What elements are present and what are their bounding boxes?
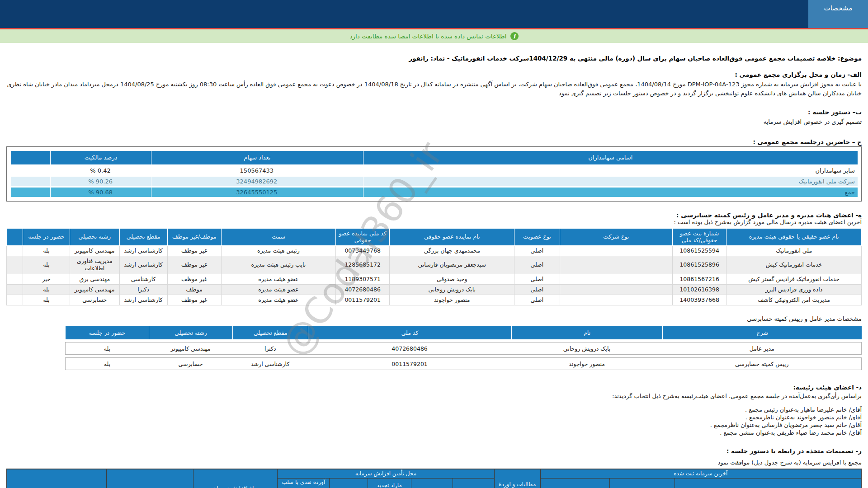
table-cell: بله	[23, 284, 70, 295]
presidium-member: آقای/ خانم سید جعفر مرتضویان فارسانی به‌…	[6, 421, 862, 429]
table-cell: ملی انفورماتیک	[726, 245, 862, 256]
column-header: نوع شرکت	[560, 228, 673, 245]
column-header: موظف/غیر موظف	[167, 228, 221, 245]
table-cell: مهندسی برق	[70, 274, 120, 284]
table-cell	[560, 295, 673, 305]
table-cell: کارشناسی ارشد	[119, 295, 167, 305]
table-cell: سیدجعفر مرتضویان فارسانی	[390, 256, 514, 274]
table-cell: سایر سهامداران	[363, 166, 858, 175]
table-cell: رئیس هیئت مدیره	[221, 245, 335, 256]
table-cell: موظف	[167, 284, 221, 295]
table-cell: 0073449768	[336, 245, 390, 256]
table-cell: غیر موظف	[167, 274, 221, 284]
report-body: موضوع: خلاصه تصمیمات مجمع عمومی فوق‌العا…	[0, 55, 868, 488]
ceo-audit-table: شرحنامکد ملیمقطع تحصیلیرشته تحصیلیحضور د…	[65, 323, 862, 373]
col-amount: مبلغ (میلیون ریال)	[540, 478, 609, 488]
table-cell: حسابرسی	[70, 295, 120, 305]
table-cell	[7, 245, 23, 256]
table-cell: اصلی	[514, 245, 560, 256]
attendees-header-row: اسامی سهامدارانتعداد سهامدرصد مالکیت	[10, 151, 858, 164]
table-cell: مهندسی کامپیوتر	[70, 284, 120, 295]
col-reserve: اندوخته (میلیون ریال)	[411, 478, 453, 488]
table-cell: دکترا	[232, 342, 308, 355]
signature-match-notice: i اطلاعات نمایش داده شده با اطلاعات امضا…	[0, 29, 868, 43]
section-re-title: ر- تصمیمات متخذه در رابطه با دستور جلسه …	[6, 447, 862, 455]
attendees-table-box: اسامی سهامدارانتعداد سهامدرصد مالکیت سای…	[6, 146, 862, 202]
col-increase-percent: درصد افزایش سرمایه	[107, 469, 193, 488]
table-cell: مدیریت امن الکترونیکی کاشف	[726, 295, 862, 305]
presidium-member: آقای/ خانم محمد رضا ضیاء ظریفی به‌عنوان …	[6, 429, 862, 436]
table-cell: % 90.68	[50, 188, 151, 197]
table-cell: مهندسی کامپیوتر	[149, 342, 232, 355]
table-cell: غیر موظف	[167, 256, 221, 274]
col-increase-amount: مبلغ افزایش سرمایه (میلیون ریال)	[193, 469, 278, 488]
table-cell	[560, 245, 673, 256]
column-header: نام عضو حقیقی یا حقوقی هیئت مدیره	[726, 228, 862, 245]
table-cell: خدمات انفورماتیک کیش	[726, 256, 862, 274]
column-header: مقطع تحصیلی	[232, 326, 308, 339]
table-cell	[560, 284, 673, 295]
subject-line: موضوع: خلاصه تصمیمات مجمع عمومی فوق‌العا…	[6, 55, 862, 62]
table-cell	[10, 166, 50, 175]
tab-moshakhasat[interactable]: مشخصات	[808, 0, 868, 28]
table-cell: منصور خواجوند	[511, 357, 663, 370]
table-row: شرکت ملی انفورماتیک32494982692% 90.26	[10, 177, 858, 186]
col-revaluation: مازاد تجدید ارزیابی دارایی ها (میلیون ری…	[368, 478, 411, 488]
table-cell: 32494982692	[151, 177, 363, 186]
table-cell: اصلی	[514, 295, 560, 305]
board-header-row: نام عضو حقیقی یا حقوقی هیئت مدیرهشمارهٔ …	[7, 228, 862, 245]
table-cell	[10, 177, 50, 186]
column-header: درصد مالکیت	[50, 151, 151, 164]
table-cell: 10102616398	[673, 284, 726, 295]
table-cell: خدمات انفورماتیک فرادیس گستر کیش	[726, 274, 862, 284]
table-cell: کارشناسی ارشد	[119, 245, 167, 256]
column-header: تعداد سهام	[151, 151, 363, 164]
table-cell: بله	[65, 357, 149, 370]
table-cell: شرکت ملی انفورماتیک	[363, 177, 858, 186]
table-cell: 0011579201	[308, 357, 511, 370]
table-cell	[7, 256, 23, 274]
column-header: نام	[511, 326, 663, 339]
table-cell: عضو هیئت مدیره	[221, 295, 335, 305]
presidium-member: آقای/ خانم علیرضا ماهیار به‌عنوان رئیس م…	[6, 406, 862, 413]
table-cell: % 90.26	[50, 177, 151, 186]
table-cell: 150567433	[151, 166, 363, 175]
table-cell: مهندسی کامپیوتر	[70, 245, 120, 256]
ceo-header-row: شرحنامکد ملیمقطع تحصیلیرشته تحصیلیحضور د…	[65, 326, 862, 339]
col-retained: سود انباشته (میلیون ریال)	[453, 478, 494, 488]
column-header: کد ملی	[308, 326, 511, 339]
table-cell: وحید صدوقی	[390, 274, 514, 284]
table-cell: % 0.42	[50, 166, 151, 175]
section-dal-title: د- اعضای هیئت رئیسه:	[6, 384, 862, 391]
source-group-header: محل تأمین افزایش سرمایه	[278, 469, 495, 478]
table-row: ملی انفورماتیک10861525594اصلیمحمدمهدی جه…	[7, 245, 862, 256]
column-header: شمارهٔ ثبت عضو حقوقی/کد ملی	[673, 228, 726, 245]
table-cell: منصور خواجوند	[390, 295, 514, 305]
table-cell: خیر	[23, 274, 70, 284]
column-header: رشته تحصیلی	[70, 228, 120, 245]
latest-capital-group-header: آخرین سرمایه ثبت شده	[540, 469, 861, 478]
section-he-subtitle: آخرین اعضای هیئت مدیره درسال مالی مورد گ…	[6, 219, 862, 225]
table-cell	[7, 295, 23, 305]
column-header: مقطع تحصیلی	[119, 228, 167, 245]
table-row: داده ورزی فرادیس البرز10102616398اصلیباب…	[7, 284, 862, 295]
column-header: نام نماینده عضو حقوقی	[390, 228, 514, 245]
codal-report-page: { "header": { "tab_label": "مشخصات" }, "…	[0, 0, 868, 488]
capital-group-header-row: آخرین سرمایه ثبت شده مطالبات و اوردهٔ نق…	[7, 469, 861, 478]
table-row: مدیریت امن الکترونیکی کاشف14003937668اصل…	[7, 295, 862, 305]
column-header: نوع عضویت	[514, 228, 560, 245]
top-header-bar: مشخصات	[0, 0, 868, 28]
section-jim-title: ج – حاضرین درجلسه مجمع عمومی :	[6, 138, 862, 145]
table-cell: مدیریت فناوری اطلاعات	[70, 256, 120, 274]
table-cell: 10861567216	[673, 274, 726, 284]
col-approval: نحوهٔ تصویب	[7, 469, 107, 488]
table-cell: بابک درویش روحانی	[390, 284, 514, 295]
ceo-table-title: مشخصات مدیر عامل و رییس کمیته حسابرسی	[6, 315, 862, 322]
column-header: حضور در جلسه	[23, 228, 70, 245]
table-cell: نایب رئیس هیئت مدیره	[221, 256, 335, 274]
col-premium: صرف سهام (میلیون ریال)	[330, 478, 368, 488]
table-cell: بابک درویش روحانی	[511, 342, 663, 355]
column-header: شرح	[662, 326, 862, 339]
table-cell: 1189307571	[336, 274, 390, 284]
table-cell: بله	[23, 256, 70, 274]
